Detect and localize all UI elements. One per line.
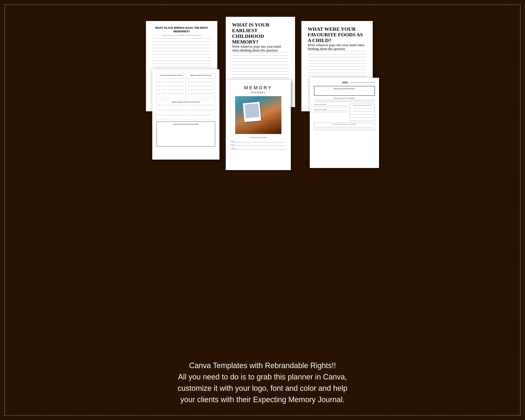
- middle-column: WHAT IS YOUR EARLIEST CHILDHOOD MEMORY? …: [226, 17, 295, 170]
- childhood-title: WHAT IS YOUR EARLIEST CHILDHOOD MEMORY?: [232, 22, 289, 45]
- when-where-row: When did this happen? Where did this hap…: [314, 104, 375, 121]
- remember-box: What do you want to remember?: [314, 86, 375, 96]
- journal-subtitle: JOURNAL: [251, 91, 266, 94]
- date-label: DATE:: [342, 82, 348, 84]
- childhood-subtitle: Write whatever pops into your mind when …: [232, 45, 289, 52]
- bottom-line3: customize it with your logo, font and co…: [29, 383, 496, 394]
- bottom-line2: All you need to do is to grab this plann…: [29, 371, 496, 383]
- journal-name-line: [231, 142, 286, 142]
- form-left: When did this happen? Where did this hap…: [314, 104, 348, 121]
- remember2-label: What do you want to remember?: [314, 97, 375, 99]
- foods-title: WHAT WERE YOUR FAVOURITE FOODS AS A CHIL…: [308, 26, 366, 43]
- main-container: WHAT PLACE BRINGS BACK THE MOST MEMORIES…: [8, 8, 517, 411]
- people-label: People connected to this memory: [351, 105, 374, 106]
- senses-top: Sounds connected to this memory ☆ ☆ ☆ ☆ …: [156, 73, 215, 98]
- journal-email-label: Email: [231, 144, 286, 145]
- where-line: [314, 111, 348, 111]
- smells-label: Smells and tastes connected to this memo…: [158, 101, 213, 103]
- journal-fields: Name Email Address: [231, 140, 286, 151]
- remember-label: What do you want to remember?: [316, 88, 373, 89]
- pages-area: WHAT PLACE BRINGS BACK THE MOST MEMORIES…: [8, 8, 517, 354]
- bottom-line1: Canva Templates with Rebrandable Rights!…: [29, 360, 496, 371]
- sights-label: Sights connected to this memory: [188, 75, 213, 76]
- journal-name-label: Name: [231, 140, 286, 142]
- polaroid: [243, 102, 261, 122]
- polaroid-image: [244, 103, 259, 118]
- place-subtitle: Write whatever pops into your mind when …: [152, 35, 211, 36]
- journal-belongs-label: This journal belongs to: [250, 137, 267, 138]
- bottom-line4: your clients with their Expecting Memory…: [29, 394, 496, 405]
- feel-section: How does this memory make you feel?: [156, 121, 215, 147]
- feel-label: How does this memory make you feel?: [159, 123, 213, 125]
- left-column: WHAT PLACE BRINGS BACK THE MOST MEMORIES…: [146, 21, 219, 160]
- journal-name-field: Name: [231, 140, 286, 142]
- foods-subtitle: Write whatever pops into your mind when …: [308, 43, 366, 51]
- page-senses: Sounds connected to this memory ☆ ☆ ☆ ☆ …: [152, 69, 219, 160]
- when-line2: [314, 107, 348, 107]
- smells-section: Smells and tastes connected to this memo…: [156, 100, 215, 119]
- place-title: WHAT PLACE BRINGS BACK THE MOST MEMORIES…: [152, 26, 211, 33]
- when-field: When did this happen?: [314, 104, 348, 107]
- journal-email-field: Email: [231, 144, 286, 146]
- date-line: [350, 83, 375, 83]
- journal-title: MEMORY: [244, 85, 272, 91]
- smile-section: Does this memory make you smile? Why?: [314, 123, 375, 130]
- when-label: When did this happen?: [314, 104, 348, 105]
- date-row: DATE:: [314, 82, 375, 84]
- sounds-label: Sounds connected to this memory: [158, 75, 184, 76]
- right-column: WHAT WERE YOUR FAVOURITE FOODS AS A CHIL…: [301, 21, 379, 168]
- sights-col: Sights connected to this memory ☆ ☆ ☆ ☆ …: [186, 73, 215, 98]
- smile-label: Does this memory make you smile? Why?: [315, 124, 373, 125]
- journal-address-field: Address: [231, 148, 286, 149]
- sounds-col: Sounds connected to this memory ☆ ☆ ☆ ☆ …: [156, 73, 186, 98]
- smells-grid: ☆ ☆ ☆ ☆ ☆ ☆: [158, 104, 213, 118]
- journal-photo: [235, 96, 281, 134]
- where-field: Where did this happen?: [314, 109, 348, 112]
- page-journal: MEMORY JOURNAL This journal belongs to N…: [226, 80, 291, 170]
- where-line2: [314, 112, 348, 112]
- people-col: People connected to this memory ♡ ♡ ♡ ♡: [350, 104, 375, 121]
- page-form: DATE: What do you want to remember? What…: [310, 78, 379, 168]
- where-label: Where did this happen?: [314, 109, 348, 110]
- journal-address-line: [231, 149, 286, 149]
- journal-address-label: Address: [231, 148, 286, 149]
- bottom-text-area: Canva Templates with Rebrandable Rights!…: [8, 354, 517, 411]
- when-line: [314, 105, 348, 106]
